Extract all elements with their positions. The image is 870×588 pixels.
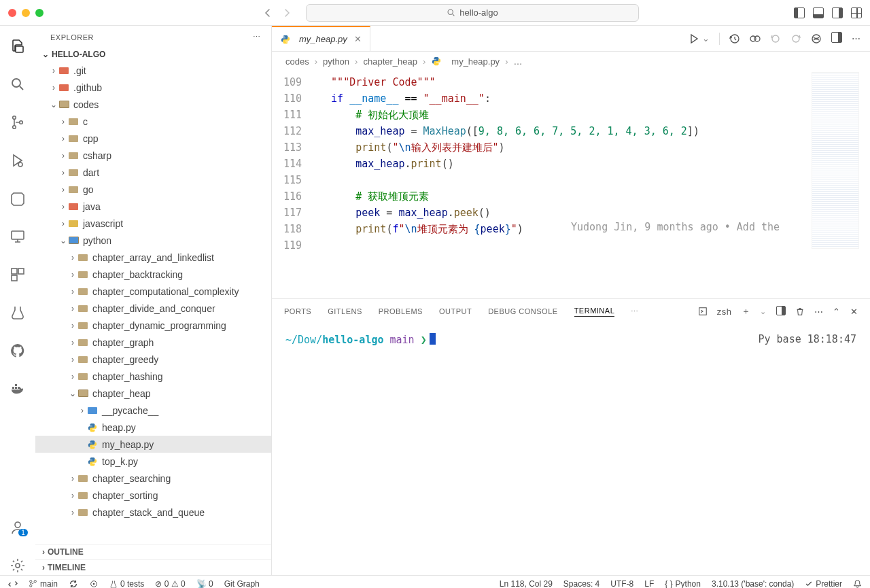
problems-status[interactable]: ⊘ 0 ⚠ 0 (155, 579, 185, 589)
panel-tab-debug[interactable]: DEBUG CONSOLE (488, 307, 557, 315)
folder-item[interactable]: ›dart (35, 164, 271, 181)
folder-item[interactable]: ›chapter_divide_and_conquer (35, 300, 271, 317)
terminal[interactable]: ~/Dow/hello-algo main ❯ Py base 18:18:47 (272, 324, 870, 575)
nav-prev-icon[interactable] (770, 33, 781, 44)
workspace-root[interactable]: HELLO-ALGO (35, 47, 271, 62)
kill-terminal-icon[interactable] (795, 307, 805, 316)
editor-more-icon[interactable]: ⋯ (852, 33, 860, 44)
panel-tab-ports[interactable]: PORTS (284, 307, 311, 315)
python-interpreter[interactable]: 3.10.13 ('base': conda) (712, 579, 794, 589)
timeline-icon[interactable] (729, 33, 740, 44)
file-item[interactable]: my_heap.py (35, 436, 271, 453)
folder-item[interactable]: ›javascript (35, 215, 271, 232)
gitlens-status-icon[interactable] (89, 579, 99, 589)
maximize-window[interactable] (35, 9, 44, 17)
folder-item[interactable]: ⌄python (35, 232, 271, 249)
folder-item[interactable]: ›cpp (35, 130, 271, 147)
accounts-icon[interactable]: 1 (8, 518, 27, 537)
ports-status[interactable]: 📡 0 (196, 579, 213, 589)
outline-section[interactable]: OUTLINE (35, 544, 271, 559)
shell-name[interactable]: zsh (717, 307, 732, 317)
remote-explorer-icon[interactable] (8, 227, 27, 246)
docker-view-icon[interactable] (8, 379, 27, 398)
github-view-icon[interactable] (8, 341, 27, 360)
cursor-position[interactable]: Ln 118, Col 29 (500, 579, 553, 589)
minimap[interactable] (812, 72, 859, 249)
jupyter-icon[interactable] (811, 33, 822, 44)
close-tab-icon[interactable]: ✕ (354, 34, 362, 44)
panel-tab-gitlens[interactable]: GITLENS (328, 307, 362, 315)
panel-tab-problems[interactable]: PROBLEMS (379, 307, 423, 315)
run-view-icon[interactable] (8, 151, 27, 170)
folder-item[interactable]: ›chapter_array_and_linkedlist (35, 249, 271, 266)
toggle-secondary-icon[interactable] (832, 7, 843, 18)
split-terminal-icon[interactable] (776, 306, 786, 317)
close-panel-icon[interactable]: ✕ (850, 307, 858, 317)
encoding[interactable]: UTF-8 (610, 579, 633, 589)
folder-item[interactable]: ›chapter_computational_complexity (35, 283, 271, 300)
breadcrumb[interactable]: codes› python› chapter_heap› my_heap.py›… (272, 52, 870, 71)
nav-back[interactable] (262, 7, 273, 18)
folder-item[interactable]: ›csharp (35, 147, 271, 164)
folder-item[interactable]: ›chapter_hashing (35, 368, 271, 385)
language-mode[interactable]: { } Python (665, 579, 701, 589)
diff-icon[interactable] (750, 33, 761, 44)
folder-item[interactable]: ⌄chapter_heap (35, 385, 271, 402)
new-terminal-icon[interactable]: ＋ (742, 305, 751, 317)
git-graph-status[interactable]: Git Graph (224, 579, 260, 589)
extensions-view-icon[interactable] (8, 265, 27, 284)
run-button-icon[interactable] (689, 33, 699, 44)
settings-gear-icon[interactable] (8, 556, 27, 575)
code-editor[interactable]: 109110111112113114115116117118119 """Dri… (272, 71, 870, 298)
folder-item[interactable]: ›.git (35, 62, 271, 79)
explorer-view-icon[interactable] (8, 37, 27, 56)
terminal-dropdown-icon[interactable]: ⌄ (760, 307, 767, 316)
folder-item[interactable]: ⌄codes (35, 96, 271, 113)
folder-item[interactable]: ›chapter_stack_and_queue (35, 504, 271, 521)
testing-view-icon[interactable] (8, 303, 27, 322)
folder-item[interactable]: ›chapter_dynamic_programming (35, 317, 271, 334)
panel-more-icon[interactable]: ⋯ (631, 307, 639, 316)
minimize-window[interactable] (22, 9, 30, 17)
folder-item[interactable]: ›chapter_searching (35, 470, 271, 487)
file-item[interactable]: top_k.py (35, 453, 271, 470)
folder-item[interactable]: ›chapter_backtracking (35, 266, 271, 283)
file-item[interactable]: heap.py (35, 419, 271, 436)
close-window[interactable] (8, 9, 16, 17)
folder-item[interactable]: ›go (35, 181, 271, 198)
scm-view-icon[interactable] (8, 113, 27, 132)
search-view-icon[interactable] (8, 75, 27, 94)
folder-item[interactable]: ›chapter_graph (35, 334, 271, 351)
sync-icon[interactable] (69, 579, 78, 589)
tests-status[interactable]: 0 tests (109, 579, 144, 589)
prettier-status[interactable]: Prettier (805, 579, 842, 589)
open-editors-icon[interactable] (8, 189, 27, 208)
toggle-sidebar-icon[interactable] (794, 7, 805, 18)
split-editor-icon[interactable] (831, 32, 842, 45)
indentation[interactable]: Spaces: 4 (563, 579, 599, 589)
notifications-icon[interactable] (853, 579, 862, 588)
terminal-launch-icon[interactable] (698, 307, 708, 316)
panel-overflow-icon[interactable]: ⋯ (814, 307, 824, 317)
panel-tab-terminal[interactable]: TERMINAL (574, 307, 615, 317)
toggle-panel-icon[interactable] (813, 7, 824, 18)
git-branch[interactable]: main (29, 579, 58, 589)
command-center[interactable]: hello-algo (306, 4, 639, 22)
editor-tab[interactable]: my_heap.py ✕ (272, 26, 370, 51)
folder-item[interactable]: ›.github (35, 79, 271, 96)
folder-item[interactable]: ›__pycache__ (35, 402, 271, 419)
explorer-more-icon[interactable]: ⋯ (253, 33, 261, 41)
maximize-panel-icon[interactable]: ⌃ (833, 307, 841, 317)
folder-item[interactable]: ›chapter_greedy (35, 351, 271, 368)
folder-item[interactable]: ›chapter_sorting (35, 487, 271, 504)
remote-indicator[interactable] (8, 579, 18, 589)
eol[interactable]: LF (644, 579, 654, 589)
nav-forward[interactable] (281, 7, 292, 18)
folder-item[interactable]: ›java (35, 198, 271, 215)
timeline-section[interactable]: TIMELINE (35, 559, 271, 575)
customize-layout-icon[interactable] (851, 7, 862, 18)
panel-tab-output[interactable]: OUTPUT (439, 307, 472, 315)
nav-next-icon[interactable] (790, 33, 801, 44)
folder-item[interactable]: ›c (35, 113, 271, 130)
run-dropdown-icon[interactable]: ⌄ (702, 33, 710, 44)
